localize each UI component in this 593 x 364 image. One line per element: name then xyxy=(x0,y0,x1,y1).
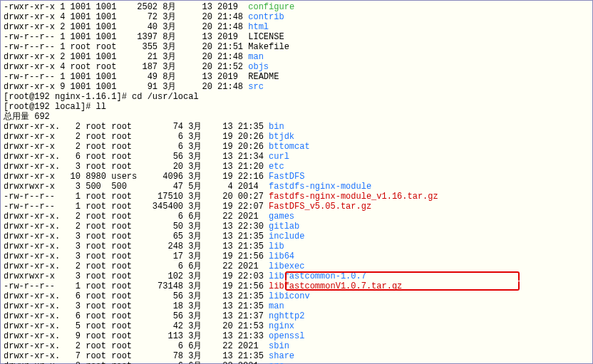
file-name: bin xyxy=(269,122,284,132)
ls-row: drwxr-xr-x. 6 root root 56 3月 13 21:35 l… xyxy=(4,291,589,301)
file-name: fastdfs-nginx-module xyxy=(269,182,371,192)
file-name: btjdk xyxy=(269,132,294,142)
file-meta: -rw-r--r-- 1 root root 355 3月 20 21:51 xyxy=(4,42,248,52)
ls-row: -rw-r--r-- 1 root root 345400 3月 19 22:0… xyxy=(4,202,589,212)
ls-row: drwxr-xr-x. 3 root root 65 3月 13 21:35 i… xyxy=(4,232,589,241)
file-meta: -rw-r--r-- 1 root root 345400 3月 19 22:0… xyxy=(4,202,269,212)
highlight-box xyxy=(285,281,520,291)
file-meta: drwxr-xr-x. 2 root root 6 6月 22 2021 xyxy=(4,361,269,364)
file-name: html xyxy=(248,22,269,32)
ls-row: drwxr-xr-x 9 1001 1001 91 3月 20 21:48 sr… xyxy=(4,82,589,92)
file-name: src xyxy=(248,82,264,92)
ls-row: drwxr-xr-x. 3 root root 248 3月 13 21:35 … xyxy=(4,241,589,251)
file-name: nghttp2 xyxy=(269,311,304,321)
file-name: README xyxy=(248,72,279,82)
file-meta: -rw-r--r-- 1 1001 1001 1397 8月 13 2019 xyxy=(4,32,248,42)
file-meta: drwxr-xr-x. 6 root root 56 3月 13 21:37 xyxy=(4,311,269,321)
ls-row: drwxr-xr-x 2 1001 1001 40 3月 20 21:48 ht… xyxy=(4,22,589,32)
file-name: bttomcat xyxy=(269,142,310,152)
file-meta: drwxr-xr-x. 2 root root 50 3月 13 22:30 xyxy=(4,222,269,232)
ls-row: drwxrwxr-x 3 root root 102 3月 19 22:03 l… xyxy=(4,271,589,281)
file-name: share xyxy=(269,351,294,361)
file-name: nginx xyxy=(269,321,294,331)
ls-row: -rw-r--r-- 1 root root 355 3月 20 21:51 M… xyxy=(4,42,589,52)
ls-row: drwxrwxr-x 3 500 500 47 5月 4 2014 fastdf… xyxy=(4,182,589,192)
file-meta: drwxr-xr-x. 2 root root 6 6月 22 2021 xyxy=(4,261,269,271)
ls-row: drwxr-xr-x 10 8980 users 4096 3月 19 22:1… xyxy=(4,172,589,182)
file-meta: drwxr-xr-x. 9 root root 113 3月 13 21:33 xyxy=(4,331,269,341)
total-line: 总用量 692 xyxy=(4,112,589,122)
ls-row: drwxr-xr-x. 2 root root 74 3月 13 21:35 b… xyxy=(4,122,589,132)
file-name: libexec xyxy=(269,261,304,271)
ls-row: -rw-r--r-- 1 root root 73148 3月 19 21:56… xyxy=(4,281,589,291)
file-name: lib xyxy=(269,241,284,251)
file-name: curl xyxy=(269,152,289,162)
ls-row: drwxr-xr-x 2 1001 1001 21 3月 20 21:48 ma… xyxy=(4,52,589,62)
file-meta: -rw-r--r-- 1 root root 17510 3月 20 00:27 xyxy=(4,192,269,202)
ls-row: drwxr-xr-x. 2 root root 6 6月 22 2021 gam… xyxy=(4,212,589,222)
command-line: [root@192 nginx-1.16.1]# cd /usr/local xyxy=(4,92,589,102)
file-meta: drwxrwxr-x 3 root root 102 3月 19 22:03 xyxy=(4,271,269,281)
file-meta: drwxr-xr-x. 3 root root 65 3月 13 21:35 xyxy=(4,232,269,241)
ls-row: drwxr-xr-x 2 root root 6 3月 19 20:26 btj… xyxy=(4,132,589,142)
ls-row: -rw-r--r-- 1 root root 17510 3月 20 00:27… xyxy=(4,192,589,202)
file-name: man xyxy=(248,52,264,62)
file-name: games xyxy=(269,212,294,222)
ls-row: -rw-r--r-- 1 1001 1001 49 8月 13 2019 REA… xyxy=(4,72,589,82)
ls-row: drwxr-xr-x 4 root root 187 3月 20 21:52 o… xyxy=(4,62,589,72)
ls-row: -rw-r--r-- 1 1001 1001 1397 8月 13 2019 L… xyxy=(4,32,589,42)
ls-row: drwxr-xr-x. 3 root root 20 3月 13 21:20 e… xyxy=(4,162,589,172)
file-meta: drwxr-xr-x 2 root root 6 3月 19 20:26 xyxy=(4,142,269,152)
file-meta: drwxr-xr-x 2 1001 1001 40 3月 20 21:48 xyxy=(4,22,248,32)
file-name: FastDFS xyxy=(269,172,304,182)
file-name: src xyxy=(269,361,284,364)
file-name: include xyxy=(269,232,304,241)
command-line: [root@192 local]# ll xyxy=(4,102,589,112)
file-name: objs xyxy=(248,62,269,72)
file-name: contrib xyxy=(248,12,284,22)
ls-row: drwxr-xr-x. 9 root root 113 3月 13 21:33 … xyxy=(4,331,589,341)
file-name: Makefile xyxy=(248,42,289,52)
ls-row: drwxr-xr-x. 3 root root 17 3月 19 21:56 l… xyxy=(4,251,589,261)
file-name: gitlab xyxy=(269,222,299,232)
file-meta: drwxr-xr-x 2 1001 1001 21 3月 20 21:48 xyxy=(4,52,248,62)
ls-row: drwxr-xr-x. 2 root root 6 6月 22 2021 lib… xyxy=(4,261,589,271)
ls-row: drwxr-xr-x. 7 root root 78 3月 13 21:35 s… xyxy=(4,351,589,361)
ls-row: drwxr-xr-x. 2 root root 6 6月 22 2021 src xyxy=(4,361,589,364)
file-meta: -rw-r--r-- 1 1001 1001 49 8月 13 2019 xyxy=(4,72,248,82)
file-meta: -rwxr-xr-x 1 1001 1001 2502 8月 13 2019 xyxy=(4,2,248,12)
file-meta: drwxr-xr-x. 2 root root 74 3月 13 21:35 xyxy=(4,122,269,132)
file-meta: drwxr-xr-x 10 8980 users 4096 3月 19 22:1… xyxy=(4,172,269,182)
ls-row: drwxr-xr-x. 5 root root 42 3月 20 21:53 n… xyxy=(4,321,589,331)
ls-row: drwxr-xr-x. 6 root root 56 3月 13 21:34 c… xyxy=(4,152,589,162)
file-name: LICENSE xyxy=(248,32,284,42)
file-meta: drwxr-xr-x. 7 root root 78 3月 13 21:35 xyxy=(4,351,269,361)
file-name: man xyxy=(269,301,284,311)
terminal-window[interactable]: -rwxr-xr-x 1 1001 1001 2502 8月 13 2019 c… xyxy=(0,0,593,364)
file-meta: drwxr-xr-x 2 root root 6 3月 19 20:26 xyxy=(4,132,269,142)
file-meta: drwxr-xr-x. 3 root root 20 3月 13 21:20 xyxy=(4,162,269,172)
file-meta: drwxr-xr-x 4 1001 1001 72 3月 20 21:48 xyxy=(4,12,248,22)
file-name: openssl xyxy=(269,331,304,341)
ls-row: drwxr-xr-x. 6 root root 56 3月 13 21:37 n… xyxy=(4,311,589,321)
ls-row: -rwxr-xr-x 1 1001 1001 2502 8月 13 2019 c… xyxy=(4,2,589,12)
ls-row: drwxr-xr-x. 2 root root 50 3月 13 22:30 g… xyxy=(4,222,589,232)
file-meta: drwxr-xr-x 9 1001 1001 91 3月 20 21:48 xyxy=(4,82,248,92)
file-meta: -rw-r--r-- 1 root root 73148 3月 19 21:56 xyxy=(4,281,269,291)
file-name: configure xyxy=(248,2,294,12)
file-meta: drwxr-xr-x. 3 root root 248 3月 13 21:35 xyxy=(4,241,269,251)
file-meta: drwxr-xr-x. 3 root root 17 3月 19 21:56 xyxy=(4,251,269,261)
file-name: libiconv xyxy=(269,291,310,301)
file-meta: drwxr-xr-x. 2 root root 6 6月 22 2021 xyxy=(4,212,269,222)
file-name: fastdfs-nginx-module_v1.16.tar.gz xyxy=(269,192,438,202)
ls-row: drwxr-xr-x 4 1001 1001 72 3月 20 21:48 co… xyxy=(4,12,589,22)
file-name: FastDFS_v5.05.tar.gz xyxy=(269,202,371,212)
ls-row: drwxr-xr-x. 3 root root 18 3月 13 21:35 m… xyxy=(4,301,589,311)
file-meta: drwxr-xr-x. 5 root root 42 3月 20 21:53 xyxy=(4,321,269,331)
ls-row: drwxr-xr-x 2 root root 6 3月 19 20:26 btt… xyxy=(4,142,589,152)
file-meta: drwxr-xr-x. 3 root root 18 3月 13 21:35 xyxy=(4,301,269,311)
file-meta: drwxr-xr-x. 6 root root 56 3月 13 21:34 xyxy=(4,152,269,162)
ls-row: drwxr-xr-x. 2 root root 6 6月 22 2021 sbi… xyxy=(4,341,589,351)
file-meta: drwxr-xr-x. 2 root root 6 6月 22 2021 xyxy=(4,341,269,351)
file-name: lib64 xyxy=(269,251,294,261)
